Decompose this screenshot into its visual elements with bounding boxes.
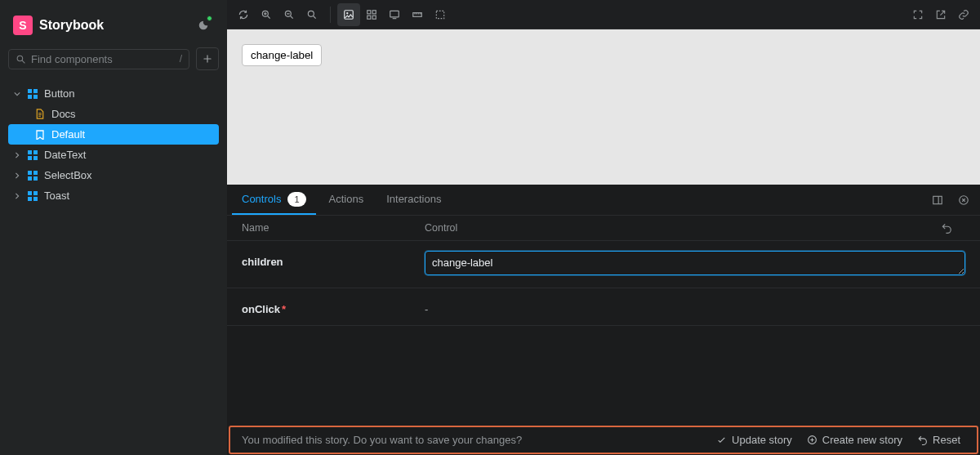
create-story-button[interactable]: Create new story (802, 434, 907, 446)
save-message: You modified this story. Do you want to … (242, 434, 522, 446)
svg-rect-4 (28, 95, 32, 99)
svg-rect-10 (28, 171, 32, 175)
photo-icon (343, 9, 354, 20)
tab-actions[interactable]: Actions (319, 185, 374, 215)
outline-icon (434, 9, 446, 20)
toolbar-separator (330, 7, 331, 23)
svg-rect-5 (33, 95, 38, 99)
tree-label: Button (44, 87, 75, 100)
children-input[interactable] (425, 251, 965, 275)
shortcuts-button[interactable] (193, 15, 214, 36)
control-row-children: children (227, 241, 980, 288)
svg-rect-8 (28, 156, 32, 160)
storybook-logo-icon: S (13, 16, 33, 35)
viewport-button[interactable] (383, 3, 406, 26)
svg-rect-7 (33, 150, 38, 154)
svg-rect-9 (33, 156, 38, 160)
control-value: - (425, 298, 965, 315)
zoom-in-icon (261, 9, 272, 20)
header-name: Name (242, 222, 425, 234)
tree-label: SelectBox (44, 169, 92, 181)
tree-label: Toast (44, 190, 69, 202)
action-label: Update story (732, 434, 792, 446)
reset-controls-button[interactable] (941, 222, 965, 234)
svg-point-0 (17, 56, 23, 61)
action-label: Reset (933, 434, 960, 446)
tree-item-selectbox[interactable]: SelectBox (8, 165, 219, 185)
close-panel-button[interactable] (952, 189, 975, 212)
copy-link-button[interactable] (952, 3, 975, 26)
component-icon (27, 149, 38, 161)
measure-button[interactable] (406, 3, 429, 26)
plus-circle-icon (807, 435, 817, 445)
svg-rect-27 (390, 11, 399, 17)
tab-interactions[interactable]: Interactions (376, 185, 451, 215)
background-button[interactable] (337, 3, 360, 26)
open-isolated-button[interactable] (929, 3, 952, 26)
zoom-reset-icon (306, 9, 318, 20)
document-icon (34, 109, 46, 120)
svg-rect-16 (28, 197, 32, 201)
addon-panel: Controls 1 Actions Interactions Name Con… (227, 185, 980, 455)
viewport-icon (389, 9, 400, 20)
svg-rect-6 (28, 150, 32, 154)
chevron-down-icon (13, 90, 21, 98)
tree-item-docs[interactable]: Docs (8, 104, 219, 124)
brand[interactable]: S Storybook (13, 16, 104, 35)
svg-rect-11 (33, 171, 38, 175)
update-story-button[interactable]: Update story (711, 434, 797, 446)
tree-item-toast[interactable]: Toast (8, 185, 219, 206)
tab-controls[interactable]: Controls 1 (232, 185, 316, 215)
grid-button[interactable] (360, 3, 383, 26)
sidebar-header: S Storybook (0, 0, 227, 47)
svg-rect-15 (33, 191, 38, 195)
svg-point-20 (308, 11, 314, 16)
zoom-out-button[interactable] (278, 3, 301, 26)
sidebar-icon (932, 194, 943, 206)
tree-label: DateText (44, 149, 86, 161)
search-row: / (0, 47, 227, 82)
bookmark-icon (34, 129, 46, 141)
toolbar-backgrounds (337, 3, 452, 26)
svg-rect-23 (368, 10, 371, 13)
plus-icon (202, 53, 213, 65)
svg-rect-13 (33, 176, 38, 181)
required-asterisk: * (282, 303, 286, 315)
tree-label: Docs (51, 108, 76, 120)
search-icon (16, 54, 26, 65)
header-control: Control (425, 222, 941, 234)
tab-label: Actions (329, 193, 364, 205)
app-root: S Storybook / Button (0, 0, 980, 455)
zoom-reset-button[interactable] (301, 3, 323, 26)
tree-item-button[interactable]: Button (8, 83, 219, 104)
status-dot (207, 16, 212, 21)
panel-position-button[interactable] (926, 189, 949, 212)
search-input[interactable] (31, 53, 175, 65)
rendered-button[interactable]: change-label (242, 44, 322, 66)
chevron-right-icon (13, 151, 21, 159)
search-box[interactable]: / (8, 49, 189, 69)
remount-button[interactable] (232, 3, 255, 26)
control-name: children (242, 251, 425, 268)
tree-label: Default (51, 128, 85, 141)
check-icon (716, 435, 727, 445)
ruler-icon (412, 9, 423, 20)
control-value (425, 251, 965, 278)
action-label: Create new story (822, 434, 902, 446)
link-icon (958, 9, 969, 20)
tab-label: Interactions (386, 193, 441, 205)
toolbar-left (232, 3, 323, 26)
sync-icon (238, 9, 249, 20)
component-tree: Button Docs Default DateText SelectBox (0, 82, 227, 207)
fullscreen-button[interactable] (906, 3, 929, 26)
zoom-in-button[interactable] (255, 3, 278, 26)
reset-button[interactable]: Reset (912, 434, 965, 446)
create-new-button[interactable] (196, 47, 219, 70)
svg-line-1 (22, 60, 24, 63)
tree-item-datetext[interactable]: DateText (8, 145, 219, 165)
outline-button[interactable] (429, 3, 452, 26)
tree-item-default[interactable]: Default (8, 124, 219, 145)
controls-header: Name Control (227, 216, 980, 241)
svg-rect-30 (933, 196, 942, 203)
main: change-label Controls 1 Actions Interact… (227, 0, 980, 455)
